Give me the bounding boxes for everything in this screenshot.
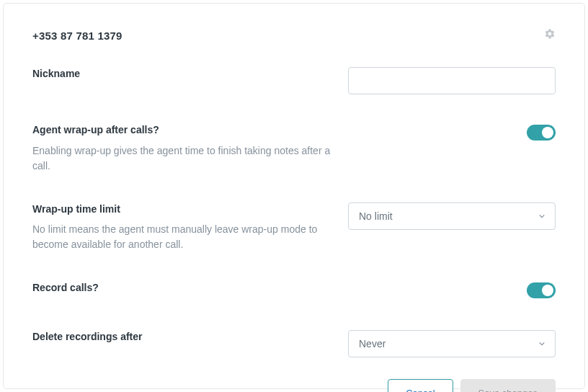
delete-recordings-select-wrapper: Never [348, 330, 556, 357]
wrapup-limit-select-wrap: No limit [348, 202, 556, 230]
phone-number: +353 87 781 1379 [32, 30, 122, 42]
delete-recordings-row: Delete recordings after Never [32, 330, 556, 357]
wrapup-label-wrap: Agent wrap-up after calls? Enabling wrap… [32, 123, 335, 174]
cancel-button[interactable]: Cancel [388, 379, 453, 392]
wrapup-limit-value: No limit [359, 210, 393, 222]
save-button-label: Save changes [478, 388, 538, 392]
delete-recordings-select[interactable]: Never [348, 330, 556, 357]
nickname-input[interactable] [348, 67, 556, 94]
record-calls-toggle[interactable] [527, 282, 556, 298]
nickname-row: Nickname [32, 67, 556, 94]
wrapup-limit-label-wrap: Wrap-up time limit No limit means the ag… [32, 202, 335, 253]
wrapup-limit-description: No limit means the agent must manually l… [32, 222, 335, 252]
delete-recordings-value: Never [359, 338, 386, 349]
record-calls-label-wrap: Record calls? [32, 281, 335, 295]
record-calls-toggle-knob [542, 285, 553, 296]
wrapup-description: Enabling wrap-up gives the agent time to… [32, 143, 335, 174]
wrapup-limit-select-wrapper: No limit [348, 202, 556, 230]
save-button[interactable]: Save changes [460, 379, 556, 392]
wrapup-limit-row: Wrap-up time limit No limit means the ag… [32, 202, 556, 253]
wrapup-toggle[interactable] [527, 125, 556, 141]
wrapup-limit-label: Wrap-up time limit [32, 202, 335, 217]
wrapup-row: Agent wrap-up after calls? Enabling wrap… [32, 123, 556, 174]
wrapup-label: Agent wrap-up after calls? [32, 123, 335, 138]
gear-icon[interactable] [544, 28, 556, 43]
nickname-label: Nickname [32, 67, 335, 81]
record-calls-label: Record calls? [32, 281, 335, 295]
cancel-button-label: Cancel [406, 388, 435, 392]
record-calls-row: Record calls? [32, 281, 556, 298]
settings-panel: +353 87 781 1379 Nickname Agent wrap-up … [3, 3, 585, 389]
delete-recordings-label-wrap: Delete recordings after [32, 330, 335, 344]
record-calls-toggle-wrap [348, 281, 556, 298]
wrapup-limit-select[interactable]: No limit [348, 202, 556, 230]
delete-recordings-select-wrap: Never [348, 330, 556, 357]
nickname-input-wrap [348, 67, 556, 94]
footer: Cancel Save changes [32, 372, 556, 392]
panel-header: +353 87 781 1379 [32, 28, 556, 43]
delete-recordings-label: Delete recordings after [32, 330, 335, 344]
nickname-label-wrap: Nickname [32, 67, 335, 81]
wrapup-toggle-wrap [348, 123, 556, 141]
wrapup-toggle-knob [542, 127, 553, 138]
